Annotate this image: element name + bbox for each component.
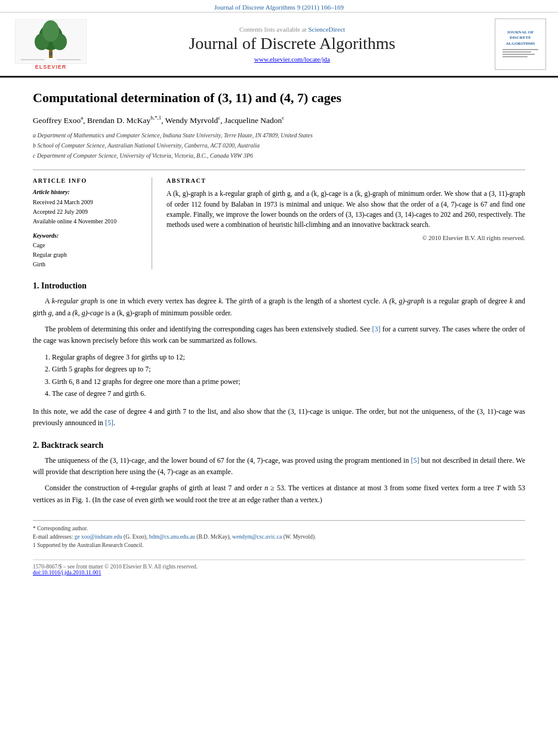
ref-5-link[interactable]: [5] — [105, 419, 113, 427]
elsevier-label: ELSEVIER — [35, 64, 67, 70]
backtrack-p1: The uniqueness of the (3, 11)-cage, and … — [33, 455, 525, 478]
section-1-title: 1. Introduction — [33, 281, 525, 291]
author-jacqueline: Jacqueline Nadon — [224, 115, 282, 124]
ref-5b-link[interactable]: [5] — [411, 456, 419, 465]
keyword-cage: Cage — [33, 241, 142, 250]
ref-3-link[interactable]: [3] — [372, 325, 381, 333]
intro-p1: A k-regular graph is one in which every … — [33, 296, 525, 318]
elsevier-tree-svg — [15, 19, 87, 64]
keywords-list: Cage Regular graph Girth — [33, 241, 142, 269]
footnote-corresponding: * Corresponding author. — [33, 524, 525, 533]
main-content: Computational determination of (3, 11) a… — [0, 78, 558, 588]
svg-point-6 — [49, 52, 53, 56]
abstract-text: A (k, g)-graph is a k-regular graph of g… — [167, 189, 525, 230]
header-area: ELSEVIER Contents lists available at Sci… — [0, 13, 558, 78]
elsevier-logo: ELSEVIER — [12, 19, 90, 70]
backtrack-p2: Consider the construction of 4-regular g… — [33, 483, 525, 505]
section-2-number: 2. — [33, 441, 39, 450]
received-date: Received 24 March 2009 — [33, 198, 142, 207]
doi-link[interactable]: doi:10.1016/j.jda.2010.11.001 — [33, 570, 101, 576]
copyright-line: © 2010 Elsevier B.V. All rights reserved… — [167, 235, 525, 241]
list-item-3: Girth 6, 8 and 12 graphs for degree one … — [52, 376, 525, 388]
list-item-2: Girth 5 graphs for degrees up to 7; — [52, 363, 525, 375]
issn-line: 1570-8667/$ – see front matter © 2010 El… — [33, 564, 525, 570]
article-dates: Received 24 March 2009 Accepted 22 July … — [33, 198, 142, 226]
list-item-1: Regular graphs of degree 3 for girths up… — [52, 351, 525, 363]
list-item-4: The case of degree 7 and girth 6. — [52, 388, 525, 399]
author-b-sup: b,*,1 — [150, 115, 161, 121]
email-exoo[interactable]: ge xoo@indstate.edu — [75, 534, 122, 540]
intro-list: Regular graphs of degree 3 for girths up… — [47, 351, 525, 400]
section-1-number: 1. — [33, 281, 39, 290]
least-text: least — [212, 484, 226, 492]
article-info-column: ARTICLE INFO Article history: Received 2… — [33, 177, 152, 269]
affiliations: a Department of Mathematics and Computer… — [33, 131, 525, 160]
intro-p3: In this note, we add the case of degree … — [33, 406, 525, 429]
footnote-1: 1 Supported by the Australian Research C… — [33, 541, 525, 549]
header-center: Contents lists available at ScienceDirec… — [90, 26, 495, 63]
authors-line: Geoffrey Exooa, Brendan D. McKayb,*,1, W… — [33, 114, 525, 127]
journal-logo-box: JOURNAL OF DISCRETE ALGORITHMS — [495, 19, 546, 70]
accepted-date: Accepted 22 July 2009 — [33, 207, 142, 217]
email-myrvold[interactable]: wendym@csc.uvic.ca — [232, 534, 282, 540]
keywords-label: Keywords: — [33, 232, 142, 239]
abstract-heading: ABSTRACT — [167, 177, 525, 184]
intro-p2: The problem of determining this order an… — [33, 324, 525, 346]
email-mckay[interactable]: bdm@cs.anu.edu.au — [149, 534, 195, 540]
section-2-title: 2. Backtrack search — [33, 441, 525, 450]
author-c2-sup: c — [282, 115, 284, 121]
journal-top-bar: Journal of Discrete Algorithms 9 (2011) … — [0, 0, 558, 13]
affil-c: c Department of Computer Science, Univer… — [33, 151, 525, 160]
footnote-emails: E-mail addresses: ge xoo@indstate.edu (G… — [33, 533, 525, 541]
section-2-label: Backtrack search — [41, 441, 103, 450]
journal-url[interactable]: www.elsevier.com/locate/jda — [90, 56, 495, 63]
paper-title: Computational determination of (3, 11) a… — [33, 90, 525, 107]
article-info-abstract: ARTICLE INFO Article history: Received 2… — [33, 170, 525, 269]
keyword-regular: Regular graph — [33, 250, 142, 260]
bottom-bar: 1570-8667/$ – see front matter © 2010 El… — [33, 560, 525, 576]
journal-title: Journal of Discrete Algorithms — [90, 34, 495, 53]
journal-citation: Journal of Discrete Algorithms 9 (2011) … — [214, 4, 344, 11]
history-label: Article history: — [33, 189, 142, 195]
author-a-sup: a — [81, 115, 83, 121]
author-geoffrey: Geoffrey Exoo — [33, 115, 81, 124]
author-c-sup: c — [218, 115, 220, 121]
affil-b: b School of Computer Science, Australian… — [33, 141, 525, 150]
author-wendy: Wendy Myrvold — [165, 115, 218, 124]
article-info-heading: ARTICLE INFO — [33, 177, 142, 184]
journal-logo-decoration — [502, 49, 538, 59]
section-1-label: Introduction — [41, 281, 87, 290]
sciencedirect-link[interactable]: ScienceDirect — [308, 26, 345, 33]
affil-a: a Department of Mathematics and Computer… — [33, 131, 525, 140]
author-brendan: Brendan D. McKay — [87, 115, 150, 124]
keyword-girth: Girth — [33, 260, 142, 269]
doi-line: doi:10.1016/j.jda.2010.11.001 — [33, 570, 525, 576]
contents-available: Contents lists available at ScienceDirec… — [90, 26, 495, 33]
footnote-area: * Corresponding author. E-mail addresses… — [33, 520, 525, 550]
journal-logo-title: JOURNAL OF DISCRETE ALGORITHMS — [498, 30, 542, 46]
svg-point-5 — [42, 20, 59, 42]
abstract-column: ABSTRACT A (k, g)-graph is a k-regular g… — [167, 177, 525, 269]
available-date: Available online 4 November 2010 — [33, 217, 142, 226]
